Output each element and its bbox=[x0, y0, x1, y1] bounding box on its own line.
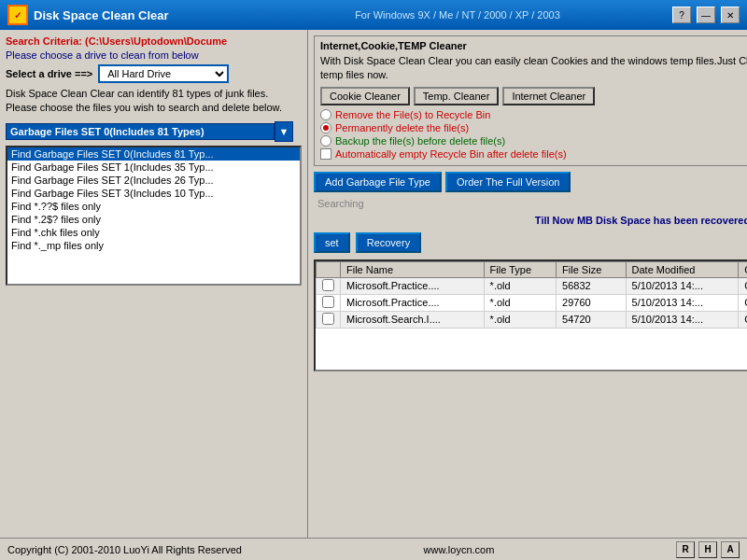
list-item[interactable]: Find *.chk files only bbox=[7, 226, 300, 239]
temp-cleaner-button[interactable]: Temp. Cleaner bbox=[414, 87, 500, 105]
list-item[interactable]: Find Garbage Files SET 3(Includes 10 Typ… bbox=[7, 187, 300, 200]
list-item[interactable]: Find *.2$? files only bbox=[7, 213, 300, 226]
row-datemodified: 5/10/2013 14:... bbox=[626, 294, 739, 311]
recovered-label: Till Now MB Disk Space has been recovere… bbox=[314, 215, 747, 226]
add-garbage-button[interactable]: Add Garbage File Type bbox=[314, 172, 442, 192]
row-checkbox[interactable] bbox=[322, 296, 334, 308]
status-buttons: R H A bbox=[676, 541, 740, 558]
radio-recycle-dot[interactable] bbox=[320, 109, 331, 120]
copyright-text: Copyright (C) 2001-2010 LuoYi All Rights… bbox=[7, 544, 242, 555]
auto-empty-label: Automatically empty Recycle Bin after de… bbox=[335, 148, 567, 160]
app-title: Disk Space Clean Clear bbox=[34, 8, 243, 22]
row-filepath: C:\Program Files\FileMind\Bin\Mi... bbox=[739, 311, 747, 328]
cookie-cleaner-button[interactable]: Cookie Cleaner bbox=[320, 87, 410, 105]
section-title: Internet,Cookie,TEMP Cleaner bbox=[320, 40, 747, 51]
internet-cleaner-button[interactable]: Internet Cleaner bbox=[502, 87, 595, 105]
radio-recycle[interactable]: Remove the File(s) to Recycle Bin bbox=[320, 109, 747, 120]
right-panel: Internet,Cookie,TEMP Cleaner With Disk S… bbox=[308, 30, 747, 538]
table-row: Microsoft.Practice.... *.old 56832 5/10/… bbox=[317, 277, 748, 294]
app-logo: ✓ bbox=[7, 5, 28, 25]
auto-empty-checkbox-row[interactable]: Automatically empty Recycle Bin after de… bbox=[320, 148, 747, 160]
file-type-dropdown[interactable]: Garbage Files SET 0(Includes 81 Types) ▼ bbox=[6, 121, 302, 142]
table-row: Microsoft.Search.I.... *.old 54720 5/10/… bbox=[317, 311, 748, 328]
row-filename: Microsoft.Practice.... bbox=[341, 277, 485, 294]
file-type-listbox[interactable]: Find Garbage Files SET 0(Includes 81 Typ… bbox=[6, 146, 302, 286]
table-header-row: File Name File Type File Size Date Modif… bbox=[317, 261, 748, 277]
drive-row: Select a drive ==> All Hard Drive bbox=[6, 64, 302, 83]
progress-section: Searching bbox=[314, 196, 747, 211]
list-item[interactable]: Find *._mp files only bbox=[7, 239, 300, 252]
subtitle: For Windows 9X / Me / NT / 2000 / XP / 2… bbox=[248, 9, 667, 21]
radio-backup-label: Backup the file(s) before delete file(s) bbox=[335, 135, 505, 147]
col-header-checkbox bbox=[317, 261, 341, 277]
reset-button[interactable]: set bbox=[314, 232, 350, 253]
row-filesize: 56832 bbox=[557, 277, 626, 294]
col-header-filetype: File Type bbox=[484, 261, 556, 277]
file-table-area[interactable]: File Name File Type File Size Date Modif… bbox=[314, 259, 747, 371]
file-type-selected[interactable]: Garbage Files SET 0(Includes 81 Types) bbox=[6, 123, 275, 140]
row-filepath: C:\Program Files\FileMind\Bin\Mi... bbox=[739, 294, 747, 311]
row-checkbox[interactable] bbox=[322, 313, 334, 325]
r-button[interactable]: R bbox=[676, 541, 695, 558]
radio-backup[interactable]: Backup the file(s) before delete file(s) bbox=[320, 135, 747, 147]
minimize-button[interactable]: — bbox=[697, 7, 715, 23]
col-header-filesize: File Size bbox=[557, 261, 626, 277]
radio-backup-dot[interactable] bbox=[320, 135, 331, 147]
list-item[interactable]: Find Garbage Files SET 0(Includes 81 Typ… bbox=[7, 147, 300, 161]
row-filetype: *.old bbox=[484, 277, 556, 294]
radio-permanent[interactable]: Permanently delete the file(s) bbox=[320, 122, 747, 133]
section-desc: With Disk Space Clean Clear you can easi… bbox=[320, 54, 747, 83]
website-text: www.loycn.com bbox=[424, 544, 495, 555]
status-bar: Copyright (C) 2001-2010 LuoYi All Rights… bbox=[0, 538, 747, 560]
col-header-datemodified: Date Modified bbox=[626, 261, 739, 277]
title-bar: ✓ Disk Space Clean Clear For Windows 9X … bbox=[0, 0, 747, 30]
radio-recycle-label: Remove the File(s) to Recycle Bin bbox=[335, 109, 490, 120]
list-item[interactable]: Find *.??$ files only bbox=[7, 200, 300, 213]
col-header-filename: File Name bbox=[341, 261, 485, 277]
row-checkbox-cell[interactable] bbox=[317, 311, 341, 328]
row-filename: Microsoft.Practice.... bbox=[341, 294, 485, 311]
drive-select[interactable]: All Hard Drive bbox=[98, 64, 229, 83]
order-full-button[interactable]: Order The Full Version bbox=[445, 172, 571, 192]
row-filetype: *.old bbox=[484, 294, 556, 311]
cleaner-buttons: Cookie Cleaner Temp. Cleaner Internet Cl… bbox=[320, 87, 747, 105]
close-button[interactable]: ✕ bbox=[721, 7, 740, 23]
info-text: Disk Space Clean Clear can identify 81 t… bbox=[6, 87, 302, 116]
row-checkbox-cell[interactable] bbox=[317, 294, 341, 311]
row-filetype: *.old bbox=[484, 311, 556, 328]
row-datemodified: 5/10/2013 14:... bbox=[626, 311, 739, 328]
radio-permanent-dot[interactable] bbox=[320, 122, 331, 133]
a-button[interactable]: A bbox=[721, 541, 740, 558]
h-button[interactable]: H bbox=[698, 541, 717, 558]
row-filesize: 54720 bbox=[557, 311, 626, 328]
radio-permanent-label: Permanently delete the file(s) bbox=[335, 122, 469, 133]
row-filesize: 29760 bbox=[557, 294, 626, 311]
action-buttons: Add Garbage File Type Order The Full Ver… bbox=[314, 172, 747, 192]
drive-desc: Please choose a drive to clean from belo… bbox=[6, 49, 302, 61]
recovery-row: set Recovery 🌐 bbox=[314, 230, 747, 256]
list-item[interactable]: Find Garbage Files SET 2(Includes 26 Typ… bbox=[7, 174, 300, 187]
search-criteria-label: Search Criteria: (C:\Users\Uptodown\Docu… bbox=[6, 35, 302, 47]
row-checkbox-cell[interactable] bbox=[317, 277, 341, 294]
recovery-button[interactable]: Recovery bbox=[356, 232, 421, 253]
row-checkbox[interactable] bbox=[322, 279, 334, 291]
auto-empty-checkbox[interactable] bbox=[320, 148, 331, 160]
help-button[interactable]: ? bbox=[672, 7, 691, 23]
row-datemodified: 5/10/2013 14:... bbox=[626, 277, 739, 294]
drive-label: Select a drive ==> bbox=[6, 68, 92, 79]
file-table: File Name File Type File Size Date Modif… bbox=[316, 261, 747, 329]
left-panel: Search Criteria: (C:\Users\Uptodown\Docu… bbox=[0, 30, 308, 538]
main-area: Search Criteria: (C:\Users\Uptodown\Docu… bbox=[0, 30, 747, 538]
list-item[interactable]: Find Garbage Files SET 1(Includes 35 Typ… bbox=[7, 161, 300, 174]
internet-cleaner-section: Internet,Cookie,TEMP Cleaner With Disk S… bbox=[314, 35, 747, 166]
row-filepath: C:\Program Files\FileMind\Bin\Mi... bbox=[739, 277, 747, 294]
dropdown-arrow-icon[interactable]: ▼ bbox=[275, 121, 293, 142]
col-header-filepath: Garbage File Path and File Name bbox=[739, 261, 747, 277]
progress-label: Searching bbox=[317, 198, 747, 209]
row-filename: Microsoft.Search.I.... bbox=[341, 311, 485, 328]
table-row: Microsoft.Practice.... *.old 29760 5/10/… bbox=[317, 294, 748, 311]
